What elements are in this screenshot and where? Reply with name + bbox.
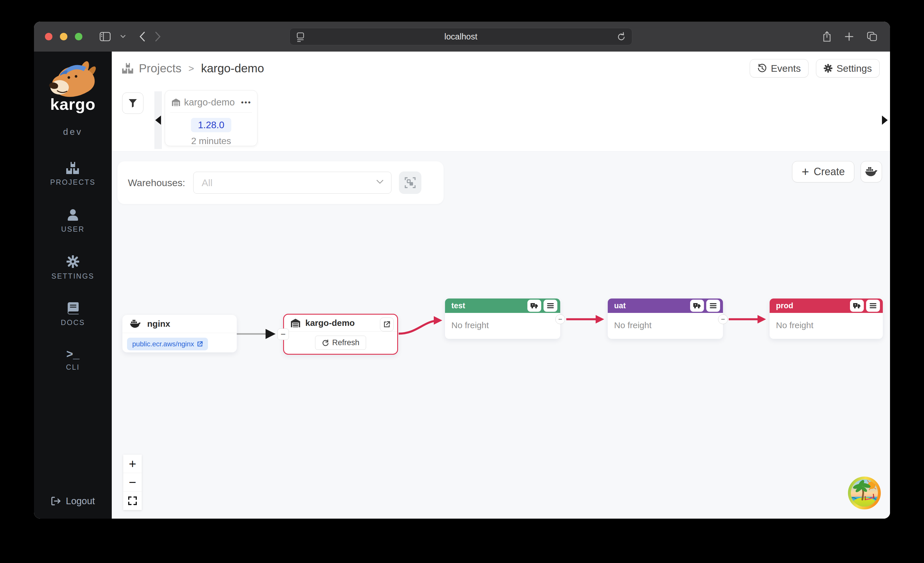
share-icon[interactable] bbox=[823, 31, 831, 42]
stage-node-uat[interactable]: uat No freight bbox=[608, 299, 723, 339]
user-icon bbox=[66, 208, 79, 221]
refresh-icon bbox=[322, 339, 328, 346]
page-header: Projects > kargo-demo Events Settings bbox=[112, 52, 890, 85]
website-icon bbox=[296, 32, 305, 44]
docker-whale-icon bbox=[865, 167, 878, 177]
sidebar-item-cli[interactable]: >_ CLI bbox=[66, 348, 80, 371]
zoom-in-button[interactable]: + bbox=[123, 455, 142, 473]
hamburger-menu-icon bbox=[547, 303, 554, 308]
new-tab-icon[interactable] bbox=[844, 32, 854, 41]
fit-view-button[interactable] bbox=[123, 491, 142, 510]
warehouse-freight-card[interactable]: kargo-demo ••• 1.28.0 2 minutes bbox=[165, 90, 258, 146]
stage-header: prod bbox=[770, 299, 883, 313]
graph-zoom-controls: + − bbox=[123, 455, 142, 510]
divider bbox=[284, 331, 397, 332]
filter-button[interactable] bbox=[122, 93, 144, 114]
repo-name: nginx bbox=[147, 319, 170, 329]
browser-window: localhost bbox=[34, 22, 890, 519]
funnel-icon bbox=[128, 99, 137, 108]
edge-warehouse-to-test bbox=[399, 320, 440, 334]
sidebar-item-label: SETTINGS bbox=[51, 272, 94, 280]
warehouse-collapse-handle[interactable]: − bbox=[278, 329, 289, 340]
browser-titlebar: localhost bbox=[34, 22, 890, 52]
logout-icon bbox=[51, 497, 61, 506]
toolbar-left-group bbox=[100, 32, 161, 42]
promote-freight-button[interactable] bbox=[527, 300, 541, 312]
events-label: Events bbox=[771, 63, 801, 74]
promote-freight-button[interactable] bbox=[690, 300, 704, 312]
timeline-scroll-right[interactable] bbox=[882, 116, 888, 125]
sidebar-item-settings[interactable]: SETTINGS bbox=[51, 255, 94, 280]
breadcrumb-separator: > bbox=[188, 63, 194, 74]
settings-label: Settings bbox=[837, 63, 872, 74]
events-button[interactable]: Events bbox=[750, 59, 808, 78]
main-content: Projects > kargo-demo Events Settings bbox=[112, 52, 890, 519]
repo-node-nginx[interactable]: nginx public.ecr.aws/nginx bbox=[122, 315, 237, 352]
stage-node-test[interactable]: test No freight bbox=[445, 299, 560, 339]
stage-freight-status: No freight bbox=[445, 313, 560, 330]
warehouses-select[interactable]: All bbox=[193, 172, 392, 194]
traffic-lights bbox=[45, 33, 82, 41]
chevron-down-icon[interactable] bbox=[120, 35, 126, 38]
chevron-down-icon bbox=[376, 180, 384, 185]
timeline-scroll-left[interactable] bbox=[154, 92, 162, 149]
logout-button[interactable]: Logout bbox=[51, 495, 95, 506]
sidebar-item-label: CLI bbox=[66, 363, 80, 371]
docker-images-button[interactable] bbox=[861, 161, 882, 182]
stage-name: test bbox=[452, 302, 465, 310]
stage-images-button[interactable] bbox=[399, 171, 422, 194]
zoom-window-button[interactable] bbox=[75, 33, 82, 41]
warehouse-icon bbox=[291, 319, 300, 327]
stage-header: test bbox=[445, 299, 560, 313]
forward-icon[interactable] bbox=[155, 32, 161, 42]
warehouses-select-value: All bbox=[202, 177, 213, 188]
sidebar-item-projects[interactable]: PROJECTS bbox=[50, 162, 95, 186]
back-icon[interactable] bbox=[140, 32, 145, 42]
island-badge-icon[interactable] bbox=[848, 476, 881, 510]
create-button[interactable]: + Create bbox=[792, 161, 854, 182]
stage-collapse-handle[interactable]: − bbox=[718, 314, 728, 324]
freight-warehouse-name: kargo-demo bbox=[184, 97, 235, 108]
sidebar-toggle-icon[interactable] bbox=[100, 32, 111, 41]
stage-name: prod bbox=[776, 302, 793, 310]
stage-collapse-handle[interactable]: − bbox=[555, 314, 565, 324]
triangle-left-icon bbox=[155, 116, 161, 125]
divider bbox=[122, 333, 237, 333]
freight-card-menu[interactable]: ••• bbox=[241, 98, 252, 107]
repo-link[interactable]: public.ecr.aws/nginx bbox=[127, 338, 208, 350]
projects-boxes-icon bbox=[122, 63, 134, 74]
stage-menu-button[interactable] bbox=[543, 300, 557, 312]
warehouse-node-kargo-demo[interactable]: kargo-demo Refresh − bbox=[283, 314, 398, 355]
history-icon bbox=[758, 64, 767, 73]
stage-menu-button[interactable] bbox=[866, 300, 880, 312]
reload-icon[interactable] bbox=[617, 32, 626, 44]
sidebar-item-docs[interactable]: DOCS bbox=[61, 302, 85, 327]
pipeline-canvas[interactable]: Warehouses: All + Create bbox=[112, 151, 890, 519]
warehouse-refresh-button[interactable]: Refresh bbox=[315, 336, 366, 350]
close-window-button[interactable] bbox=[45, 33, 52, 41]
image-frame-icon bbox=[405, 177, 416, 188]
freight-version-badge[interactable]: 1.28.0 bbox=[191, 118, 231, 132]
address-bar[interactable]: localhost bbox=[290, 28, 632, 45]
minimize-window-button[interactable] bbox=[60, 33, 68, 41]
promote-freight-button[interactable] bbox=[850, 300, 864, 312]
sidebar-item-label: DOCS bbox=[61, 318, 85, 327]
project-settings-button[interactable]: Settings bbox=[816, 59, 880, 78]
url-text: localhost bbox=[444, 32, 477, 42]
sidebar-nav: PROJECTS USER SETTINGS DOCS bbox=[50, 162, 95, 393]
freight-age: 2 minutes bbox=[165, 136, 257, 146]
kargo-mascot-logo bbox=[48, 59, 98, 99]
truck-icon bbox=[531, 303, 538, 309]
sidebar-item-user[interactable]: USER bbox=[61, 208, 84, 233]
environment-label: dev bbox=[63, 127, 82, 137]
sidebar-item-label: PROJECTS bbox=[50, 178, 95, 186]
warehouses-toolbar: Warehouses: All bbox=[117, 161, 444, 204]
stage-node-prod[interactable]: prod No freight bbox=[770, 299, 883, 339]
warehouse-open-button[interactable] bbox=[380, 318, 394, 331]
warehouses-label: Warehouses: bbox=[128, 177, 185, 188]
tab-overview-icon[interactable] bbox=[867, 32, 878, 42]
stage-menu-button[interactable] bbox=[706, 300, 720, 312]
zoom-out-button[interactable]: − bbox=[123, 473, 142, 491]
breadcrumb-projects-link[interactable]: Projects bbox=[139, 62, 182, 75]
triangle-right-icon bbox=[882, 116, 888, 125]
